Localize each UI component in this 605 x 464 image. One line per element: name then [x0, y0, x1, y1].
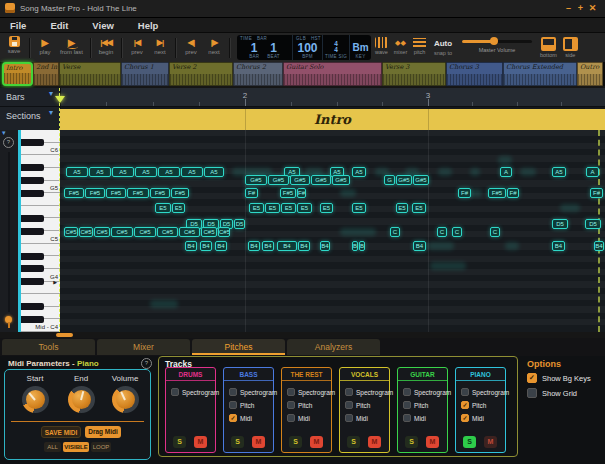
solo-button[interactable]: S	[231, 436, 244, 448]
midi-note[interactable]: C#5	[94, 227, 110, 237]
close-button[interactable]: ✕	[587, 2, 598, 14]
midi-note[interactable]: G#5	[245, 175, 267, 185]
midi-note[interactable]: C#5	[157, 227, 178, 237]
minimize-button[interactable]: –	[563, 2, 574, 14]
midi-note[interactable]: G#5	[332, 175, 350, 185]
midi-note[interactable]: B	[352, 241, 358, 251]
pitch-button[interactable]: pitch	[412, 37, 427, 55]
overview-section-2nd-intro[interactable]: 2nd Intro	[33, 62, 59, 86]
track-option-pitch[interactable]: Pitch	[345, 401, 370, 409]
overview-section-chorus-1[interactable]: Chorus 1	[121, 62, 169, 86]
midi-note[interactable]: A5	[89, 167, 111, 177]
mute-button[interactable]: M	[368, 436, 381, 448]
piano-black-key[interactable]	[21, 316, 44, 323]
roll-help-icon[interactable]: ?	[3, 137, 14, 148]
playhead-line[interactable]	[59, 88, 60, 332]
midi-note[interactable]: A5	[66, 167, 88, 177]
spectrogram-checkbox[interactable]	[403, 388, 411, 396]
midi-checkbox[interactable]: ✓	[461, 414, 469, 422]
midi-note[interactable]: E5	[297, 203, 312, 213]
midi-note[interactable]: B4	[552, 241, 565, 251]
pin-icon[interactable]	[5, 316, 12, 323]
midi-note[interactable]: B4	[248, 241, 260, 251]
midi-note[interactable]: C	[437, 227, 447, 237]
menu-edit[interactable]: Edit	[50, 20, 68, 31]
midi-checkbox[interactable]	[403, 414, 411, 422]
midi-note[interactable]: B4	[298, 241, 310, 251]
track-option-pitch[interactable]: Pitch	[287, 401, 312, 409]
track-option-midi[interactable]: Midi	[287, 414, 310, 422]
bottom-dock-button[interactable]: bottom	[540, 37, 557, 58]
midi-note[interactable]: E5	[249, 203, 264, 213]
overview-section-guitar-solo[interactable]: Guitar Solo	[283, 62, 382, 86]
midi-note[interactable]: C#5	[111, 227, 133, 237]
pitch-checkbox[interactable]: ✓	[461, 401, 469, 409]
loop-end-marker[interactable]	[598, 130, 600, 332]
piano-black-key[interactable]	[21, 190, 44, 197]
midi-note[interactable]: D5	[585, 219, 601, 229]
piano-black-key[interactable]	[21, 215, 44, 222]
piano-black-key[interactable]	[21, 265, 44, 272]
option-show-bg-keys[interactable]: ✓Show Bg Keys	[527, 373, 591, 383]
midi-note[interactable]: B4	[215, 241, 227, 251]
tab-mixer[interactable]: Mixer	[97, 339, 190, 355]
mute-button[interactable]: M	[310, 436, 323, 448]
drag-midi-button[interactable]: Drag Midi	[85, 426, 121, 438]
prev-bar-button[interactable]: ◀|prev	[183, 36, 199, 55]
overview-section-intro[interactable]: Intro	[2, 62, 33, 86]
midi-note[interactable]: E5	[320, 203, 333, 213]
midi-note[interactable]: E5	[412, 203, 426, 213]
midi-note[interactable]: A5	[352, 167, 366, 177]
piano-black-key[interactable]	[21, 278, 44, 285]
midi-note[interactable]: E5	[352, 203, 366, 213]
mode-all-button[interactable]: ALL	[44, 442, 61, 452]
bars-ruler[interactable]: 23	[60, 88, 605, 106]
track-option-spectrogram[interactable]: Spectrogram	[403, 388, 451, 396]
solo-button[interactable]: S	[347, 436, 360, 448]
side-dock-button[interactable]: side	[563, 37, 578, 58]
lane-collapse-chevron-icon[interactable]: ▾	[2, 129, 6, 137]
midi-note[interactable]: E5	[281, 203, 296, 213]
midi-note[interactable]: F#5	[488, 188, 506, 198]
pitch-checkbox[interactable]	[403, 401, 411, 409]
midi-note[interactable]: B4	[320, 241, 330, 251]
sections-chevron-down-icon[interactable]: ▾	[49, 108, 53, 117]
midi-note[interactable]: F#	[507, 188, 519, 198]
tab-bar[interactable]: BAR	[257, 36, 267, 41]
midi-note[interactable]: B4	[413, 241, 426, 251]
midi-note[interactable]: C#5	[134, 227, 156, 237]
midi-note[interactable]: G#5	[311, 175, 331, 185]
midi-note[interactable]: C	[452, 227, 462, 237]
knob-volume[interactable]: Volume	[105, 374, 145, 413]
track-option-spectrogram[interactable]: Spectrogram	[345, 388, 393, 396]
playhead-marker[interactable]	[55, 96, 65, 103]
tab-time[interactable]: TIME	[240, 36, 252, 41]
midi-note[interactable]: A5	[112, 167, 134, 177]
mode-visible-button[interactable]: VISIBLE	[63, 442, 89, 452]
midi-note[interactable]: A5	[158, 167, 180, 177]
track-option-spectrogram[interactable]: Spectrogram	[461, 388, 509, 396]
midi-note[interactable]: G#5	[396, 175, 412, 185]
mixer-button[interactable]: ◆◆mixer	[393, 37, 408, 55]
mute-button[interactable]: M	[194, 436, 207, 448]
pitch-checkbox[interactable]	[287, 401, 295, 409]
midi-note[interactable]: C	[490, 227, 500, 237]
midi-note[interactable]: G#5	[268, 175, 289, 185]
note-grid[interactable]: A5A5A5A5A5A5A5A5A5A5AA5AG#5G#5G#5G#5G#5G…	[60, 130, 605, 332]
wave-button[interactable]: wave	[374, 37, 389, 55]
solo-button[interactable]: S	[173, 436, 186, 448]
overview-section-chorus-2[interactable]: Chorus 2	[233, 62, 283, 86]
solo-button[interactable]: S	[405, 436, 418, 448]
midi-note[interactable]: A5	[135, 167, 157, 177]
knob-start[interactable]: Start	[15, 374, 55, 413]
track-option-pitch[interactable]: ✓Pitch	[461, 401, 486, 409]
midi-note[interactable]: B4	[262, 241, 274, 251]
track-option-pitch[interactable]: Pitch	[403, 401, 428, 409]
midi-checkbox[interactable]	[287, 414, 295, 422]
midi-note[interactable]: E5	[172, 203, 185, 213]
track-option-spectrogram[interactable]: Spectrogram	[171, 388, 219, 396]
midi-note[interactable]: A5	[204, 167, 224, 177]
midi-note[interactable]: B4	[185, 241, 197, 251]
midi-note[interactable]: C#5	[218, 227, 230, 237]
maximize-button[interactable]: +	[575, 2, 586, 14]
